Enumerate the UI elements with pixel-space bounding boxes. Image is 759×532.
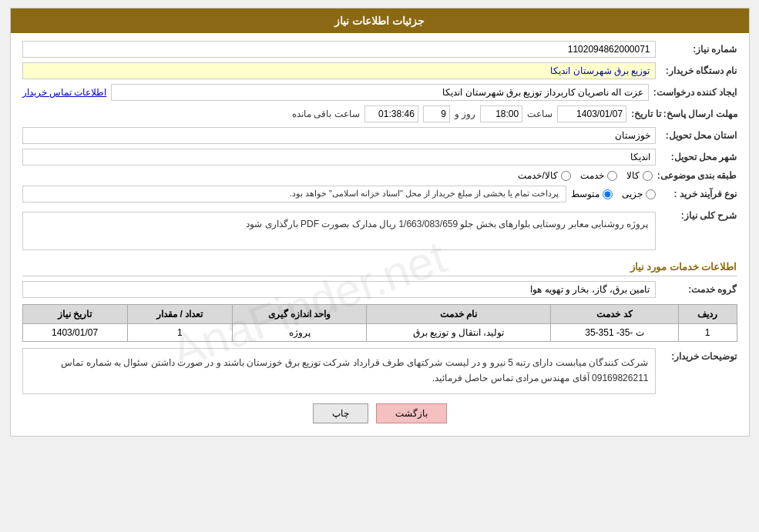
description-row: شرح کلی نیاز: پروژه روشنایی معابر روستای… [22,207,737,255]
service-group-field: تامین برق، گاز، بخار و تهویه هوا [22,281,656,298]
deadline-date: 1403/01/07 [576,109,623,119]
category-radio-both-input[interactable] [561,171,571,181]
province-field: خوزستان [22,127,656,144]
buyer-value: توزیع برق شهرستان اندیکا [550,65,650,76]
cell-row_num: 1 [678,324,737,342]
need-number-value: 1102094862000071 [568,44,650,55]
buttons-row: بازگشت چاپ [22,403,737,423]
col-quantity: تعداد / مقدار [127,305,232,324]
city-row: شهر محل تحویل: اندیکا [22,149,737,166]
description-label: شرح کلی نیاز: [660,207,737,221]
services-table: ردیف کد خدمت نام خدمت واحد اندازه گیری ت… [22,304,737,342]
deadline-days-label: روز و [455,109,475,119]
cell-unit: پروژه [232,324,366,342]
page-header: جزئیات اطلاعات نیاز [11,8,749,33]
process-notice-field: پرداخت تمام یا بخشی از مبلغ خریدار از مح… [22,186,566,202]
category-radio-khedmat[interactable]: خدمت [580,170,617,181]
deadline-label: مهلت ارسال پاسخ: تا تاریخ: [631,109,737,119]
page-content: شماره نیاز: 1102094862000071 نام دستگاه … [11,33,749,436]
city-value: اندیکا [630,152,650,162]
deadline-time-label: ساعت [527,109,552,119]
service-group-value: تامین برق، گاز، بخار و تهویه هوا [530,284,650,295]
province-row: استان محل تحویل: خوزستان [22,127,737,144]
deadline-date-field: 1403/01/07 [557,105,626,122]
deadline-remaining: 01:38:46 [378,109,415,119]
process-notice: پرداخت تمام یا بخشی از مبلغ خریدار از مح… [290,189,559,198]
process-radio-jozi-input[interactable] [646,189,656,199]
process-radio-group: جزیی متوسط [571,189,656,199]
buyer-desc-value: شرکت کنندگان میابست دارای رتبه 5 نیرو و … [61,357,648,383]
buyer-row: نام دستگاه خریدار: توزیع برق شهرستان اند… [22,62,737,79]
province-value: خوزستان [615,130,650,141]
need-number-label: شماره نیاز: [660,44,737,55]
category-radio-kala-label: کالا [626,170,640,181]
creator-value: عزت اله ناصریان کاربرداز توزیع برق شهرست… [442,87,643,98]
col-unit: واحد اندازه گیری [232,305,366,324]
deadline-remaining-field: 01:38:46 [364,105,418,122]
contact-link[interactable]: اطلاعات تماس خریدار [22,87,107,98]
process-radio-jozi[interactable]: جزیی [622,189,656,199]
creator-field: عزت اله ناصریان کاربرداز توزیع برق شهرست… [111,84,649,101]
description-box: پروژه روشنایی معابر روستایی بلوارهای بخش… [22,212,656,250]
col-row-num: ردیف [678,305,737,324]
buyer-desc-label: توضیحات خریدار: [660,348,737,362]
creator-row: ایجاد کننده درخواست: عزت اله ناصریان کار… [22,84,737,101]
category-radio-both[interactable]: کالا/خدمت [518,170,570,181]
city-label: شهر محل تحویل: [660,152,737,162]
description-value: پروژه روشنایی معابر روستایی بلوارهای بخش… [246,219,648,229]
deadline-remaining-label: ساعت باقی مانده [292,109,360,119]
process-label: نوع فرآیند خرید : [660,189,737,199]
process-radio-motavasset-input[interactable] [603,189,613,199]
province-label: استان محل تحویل: [660,130,737,141]
page-title: جزئیات اطلاعات نیاز [334,15,425,27]
city-field: اندیکا [22,149,656,166]
cell-service_name: تولید، انتقال و توزیع برق [367,324,551,342]
deadline-time-field: 18:00 [480,105,522,122]
deadline-row: مهلت ارسال پاسخ: تا تاریخ: 1403/01/07 سا… [22,105,737,122]
need-number-row: شماره نیاز: 1102094862000071 [22,41,737,58]
main-container: AnaFinder.net جزئیات اطلاعات نیاز شماره … [10,8,750,437]
buyer-desc-box: شرکت کنندگان میابست دارای رتبه 5 نیرو و … [22,348,656,394]
need-number-field: 1102094862000071 [22,41,656,58]
print-button[interactable]: چاپ [313,403,368,423]
cell-quantity: 1 [127,324,232,342]
col-service-name: نام خدمت [367,305,551,324]
deadline-time: 18:00 [495,109,519,119]
col-need-date: تاریخ نیاز [22,305,127,324]
category-radio-kala-input[interactable] [643,171,653,181]
category-radio-khedmat-label: خدمت [580,170,604,181]
buyer-field: توزیع برق شهرستان اندیکا [22,62,656,79]
table-row: 1ت -35- 351-35تولید، انتقال و توزیع برقپ… [22,324,737,342]
category-radio-both-label: کالا/خدمت [518,170,557,181]
cell-need_date: 1403/01/07 [22,324,127,342]
process-radio-jozi-label: جزیی [622,189,643,199]
category-radio-khedmat-input[interactable] [607,171,617,181]
back-button[interactable]: بازگشت [376,403,447,423]
deadline-days: 9 [441,109,446,119]
buyer-label: نام دستگاه خریدار: [660,65,737,76]
service-info-title: اطلاعات خدمات مورد نیاز [22,261,737,276]
process-radio-motavasset-label: متوسط [571,189,599,199]
creator-label: ایجاد کننده درخواست: [653,87,737,98]
category-radio-kala[interactable]: کالا [626,170,653,181]
service-group-row: گروه خدمت: تامین برق، گاز، بخار و تهویه … [22,281,737,298]
category-row: طبقه بندی موضوعی: کالا خدمت کالا/خدمت [22,170,737,181]
buyer-desc-row: توضیحات خریدار: شرکت کنندگان میابست دارا… [22,348,737,394]
category-radio-group: کالا خدمت کالا/خدمت [518,170,652,181]
process-row: نوع فرآیند خرید : جزیی متوسط پرداخت تمام… [22,186,737,202]
col-service-code: کد خدمت [551,305,678,324]
service-group-label: گروه خدمت: [660,284,737,295]
category-label: طبقه بندی موضوعی: [657,170,737,181]
deadline-days-field: 9 [423,105,450,122]
cell-service_code: ت -35- 351-35 [551,324,678,342]
process-radio-motavasset[interactable]: متوسط [571,189,613,199]
